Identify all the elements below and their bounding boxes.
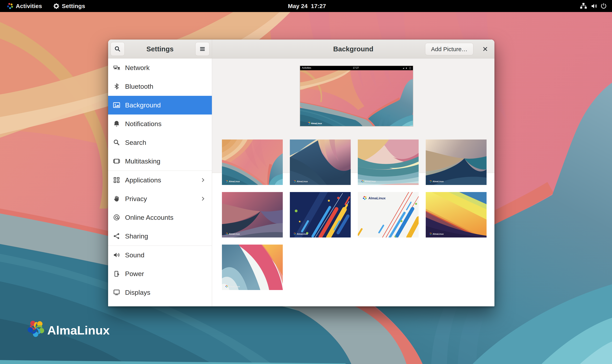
svg-text:AlmaLinux: AlmaLinux — [368, 196, 386, 200]
